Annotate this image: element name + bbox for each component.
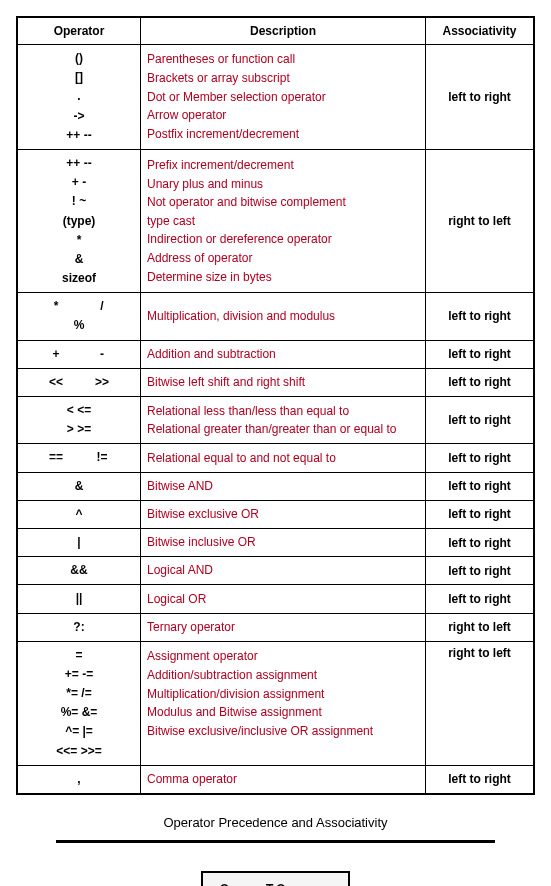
description-line: Addition/subtraction assignment (147, 666, 419, 685)
description-line: Determine size in bytes (147, 268, 419, 287)
description-line: Postfix increment/decrement (147, 125, 419, 144)
description-cell: Relational less than/less than equal toR… (141, 397, 426, 444)
table-row: |Bitwise inclusive ORleft to right (17, 528, 534, 556)
header-operator: Operator (17, 17, 141, 45)
description-line: Bitwise inclusive OR (147, 533, 419, 552)
description-line: Relational less than/less than equal to (147, 402, 419, 421)
operator-precedence-table: Operator Description Associativity ()[].… (16, 16, 535, 795)
description-cell: Logical AND (141, 557, 426, 585)
operator-symbol: == (33, 448, 79, 467)
description-line: Ternary operator (147, 618, 419, 637)
operator-symbol: * (24, 231, 134, 250)
operator-cell: <<>> (17, 368, 141, 396)
operator-symbol: || (56, 589, 102, 608)
description-cell: Addition and subtraction (141, 340, 426, 368)
associativity-cell: left to right (426, 45, 535, 150)
description-line: Prefix increment/decrement (147, 156, 419, 175)
associativity-cell: left to right (426, 765, 535, 794)
description-line: Not operator and bitwise complement (147, 193, 419, 212)
description-line: Dot or Member selection operator (147, 88, 419, 107)
associativity-cell: left to right (426, 444, 535, 472)
description-cell: Bitwise exclusive OR (141, 500, 426, 528)
operator-cell: ^ (17, 500, 141, 528)
description-line: Bitwise AND (147, 477, 419, 496)
table-row: &&Logical ANDleft to right (17, 557, 534, 585)
table-row: */%Multiplication, division and modulusl… (17, 293, 534, 340)
operator-cell: < <=> >= (17, 397, 141, 444)
description-line: Relational greater than/greater than or … (147, 420, 419, 439)
associativity-cell: left to right (426, 472, 535, 500)
description-line: Arrow operator (147, 106, 419, 125)
description-cell: Bitwise left shift and right shift (141, 368, 426, 396)
operator-symbol: % (56, 316, 102, 335)
table-row: &Bitwise ANDleft to right (17, 472, 534, 500)
operator-symbol: () (24, 49, 134, 68)
description-line: Brackets or array subscript (147, 69, 419, 88)
description-line: Logical AND (147, 561, 419, 580)
associativity-cell: left to right (426, 368, 535, 396)
operator-symbol: . (24, 87, 134, 106)
description-line: Assignment operator (147, 647, 419, 666)
associativity-cell: left to right (426, 397, 535, 444)
operator-symbol: ++ -- (24, 126, 134, 145)
description-cell: Bitwise inclusive OR (141, 528, 426, 556)
description-line: Comma operator (147, 770, 419, 789)
associativity-cell: right to left (426, 149, 535, 292)
associativity-cell: right to left (426, 641, 535, 765)
table-row: +-Addition and subtractionleft to right (17, 340, 534, 368)
operator-cell: ()[].->++ -- (17, 45, 141, 150)
table-row: ==!=Relational equal to and not equal to… (17, 444, 534, 472)
caption-rule (56, 840, 495, 843)
operator-symbol: * (33, 297, 79, 316)
operator-cell: */% (17, 293, 141, 340)
operator-symbol: sizeof (24, 269, 134, 288)
associativity-cell: left to right (426, 340, 535, 368)
operator-cell: ==!= (17, 444, 141, 472)
description-line (147, 740, 419, 759)
description-line: Unary plus and minus (147, 175, 419, 194)
operator-cell: +- (17, 340, 141, 368)
description-cell: Multiplication, division and modulus (141, 293, 426, 340)
table-row: ++ --+ -! ~(type)*&sizeofPrefix incremen… (17, 149, 534, 292)
operator-symbol: >> (79, 373, 125, 392)
operator-symbol: | (56, 533, 102, 552)
associativity-cell: left to right (426, 293, 535, 340)
operator-symbol: & (56, 477, 102, 496)
associativity-cell: left to right (426, 528, 535, 556)
description-line: Multiplication/division assignment (147, 685, 419, 704)
description-cell: Parentheses or function callBrackets or … (141, 45, 426, 150)
associativity-cell: left to right (426, 557, 535, 585)
operator-symbol: ++ -- (24, 154, 134, 173)
operator-symbol: <<= >>= (24, 742, 134, 761)
operator-symbol: %= &= (24, 703, 134, 722)
operator-symbol: , (56, 770, 102, 789)
operator-symbol: & (24, 250, 134, 269)
operator-symbol: ^ (56, 505, 102, 524)
description-line: Parentheses or function call (147, 50, 419, 69)
associativity-cell: left to right (426, 500, 535, 528)
description-line: Logical OR (147, 590, 419, 609)
operator-cell: || (17, 585, 141, 613)
header-description: Description (141, 17, 426, 45)
operator-symbol: != (79, 448, 125, 467)
description-cell: Bitwise AND (141, 472, 426, 500)
description-line: Addition and subtraction (147, 345, 419, 364)
operator-symbol: (type) (24, 212, 134, 231)
description-line: type cast (147, 212, 419, 231)
associativity-cell: left to right (426, 585, 535, 613)
description-line: Bitwise exclusive/inclusive OR assignmen… (147, 722, 419, 741)
header-associativity: Associativity (426, 17, 535, 45)
table-row: ^Bitwise exclusive ORleft to right (17, 500, 534, 528)
description-cell: Comma operator (141, 765, 426, 794)
description-cell: Prefix increment/decrementUnary plus and… (141, 149, 426, 292)
operator-cell: ++ --+ -! ~(type)*&sizeof (17, 149, 141, 292)
description-line: Indirection or dereference operator (147, 230, 419, 249)
description-line: Multiplication, division and modulus (147, 307, 419, 326)
table-row: ()[].->++ --Parentheses or function call… (17, 45, 534, 150)
operator-symbol: ?: (56, 618, 102, 637)
header-row: Operator Description Associativity (17, 17, 534, 45)
operator-symbol: += -= (24, 665, 134, 684)
operator-cell: =+= -=*= /=%= &=^= |=<<= >>= (17, 641, 141, 765)
operator-symbol: [] (24, 68, 134, 87)
description-cell: Relational equal to and not equal to (141, 444, 426, 472)
